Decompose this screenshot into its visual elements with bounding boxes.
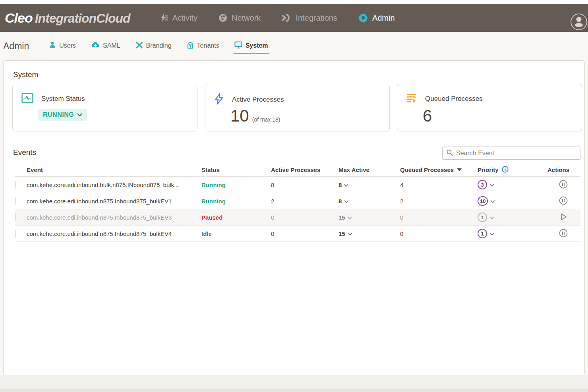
row-2-checkbox[interactable] (15, 197, 15, 205)
chevron-down-icon (344, 198, 348, 205)
row-1-checkbox[interactable] (15, 181, 15, 189)
row-3-active: 0 (271, 214, 338, 221)
cleo-integrationcloud-logo[interactable]: CleoIntegrationCloud (5, 10, 130, 26)
nav-network-label: Network (232, 14, 261, 23)
system-status-value: RUNNING (43, 111, 74, 118)
row-1-queued: 4 (400, 182, 478, 188)
integrations-icon (281, 13, 292, 23)
top-nav-items: Activity Network Integrations Admin (159, 13, 395, 23)
row-3-checkbox[interactable] (15, 214, 15, 221)
row-3-event-name[interactable]: com.kehe.core.edi.inbound.n875.Inbound87… (27, 214, 201, 221)
tab-tenants-label: Tenants (197, 42, 219, 49)
queued-processes-value: 6 (423, 106, 432, 126)
tab-branding[interactable]: Branding (135, 38, 172, 54)
events-heading: Events (13, 148, 36, 157)
row-2-active: 2 (271, 198, 338, 205)
users-icon (49, 41, 56, 50)
chevron-down-icon (77, 111, 82, 118)
sort-descending-icon (457, 168, 462, 171)
tab-tenants[interactable]: Tenants (186, 38, 220, 54)
event-row-1: com.kehe.core.edi.inbound.bulk.n875.INbo… (15, 177, 580, 193)
queued-processes-card: Queued Processes 6 (397, 84, 582, 131)
priority-badge: 10 (478, 196, 488, 206)
page-bottom-edge (0, 389, 588, 392)
nav-integrations[interactable]: Integrations (281, 13, 337, 23)
tab-users[interactable]: Users (48, 38, 77, 54)
row-4-checkbox[interactable] (15, 230, 15, 238)
system-status-dropdown[interactable]: RUNNING (38, 109, 87, 121)
tab-saml-label: SAML (103, 42, 120, 49)
row-4-max-active-dropdown[interactable]: 15 (338, 230, 400, 237)
activity-icon (159, 13, 168, 23)
col-queued-processes[interactable]: Queued Processes (400, 166, 478, 173)
user-avatar[interactable] (571, 14, 587, 30)
row-3-status: Paused (201, 214, 271, 221)
chevron-down-icon (490, 230, 494, 237)
row-1-status: Running (201, 182, 271, 188)
chevron-down-icon (348, 230, 352, 237)
col-priority: Priority (478, 166, 529, 174)
row-1-event-name[interactable]: com.kehe.core.edi.inbound.bulk.n875.INbo… (27, 182, 201, 188)
tab-system[interactable]: System (234, 38, 269, 54)
pause-button[interactable] (559, 180, 568, 190)
row-4-event-name[interactable]: com.kehe.core.edi.inbound.n875.Inbound87… (27, 230, 201, 237)
events-table-header: Event Status Active Processes Max Active… (15, 163, 580, 177)
col-actions: Actions (529, 166, 580, 173)
event-row-3: com.kehe.core.edi.inbound.n875.Inbound87… (15, 209, 580, 226)
row-3-priority-dropdown[interactable]: 1 (478, 212, 529, 222)
pause-button[interactable] (559, 229, 568, 239)
logo-primary: Cleo (5, 10, 33, 25)
priority-badge: 1 (478, 229, 487, 238)
row-2-priority-dropdown[interactable]: 10 (478, 196, 529, 206)
row-1-priority-dropdown[interactable]: 3 (478, 180, 529, 189)
row-2-status: Running (201, 198, 271, 205)
event-row-2: com.kehe.core.edi.inbound.n875.Inbound87… (15, 193, 580, 209)
col-max-active: Max Active (338, 166, 400, 173)
row-3-max-active-dropdown[interactable]: 15 (338, 214, 400, 221)
chevron-down-icon (491, 198, 495, 205)
priority-badge: 3 (478, 180, 487, 189)
row-1-max-active-dropdown[interactable]: 8 (338, 182, 400, 188)
row-4-priority-dropdown[interactable]: 1 (478, 229, 529, 238)
row-2-max-active-dropdown[interactable]: 8 (338, 198, 400, 205)
event-search[interactable] (442, 147, 580, 160)
nav-admin-label: Admin (372, 14, 395, 23)
row-4-status: Idle (201, 230, 271, 237)
summary-cards: System Status RUNNING Active Processes 1… (12, 84, 582, 131)
resume-play-button[interactable] (559, 212, 568, 222)
page-footer-strip (0, 375, 588, 389)
event-row-4: com.kehe.core.edi.inbound.n875.Inbound87… (15, 226, 580, 242)
search-input[interactable] (456, 150, 576, 157)
row-2-event-name[interactable]: com.kehe.core.edi.inbound.n875.Inbound87… (27, 198, 201, 205)
queue-list-icon (406, 93, 417, 105)
nav-activity[interactable]: Activity (159, 13, 197, 23)
pulse-monitor-icon (21, 93, 33, 105)
nav-network[interactable]: Network (218, 13, 261, 23)
system-panel: System System Status RUNNING Active Proc… (3, 60, 585, 375)
nav-admin[interactable]: Admin (358, 13, 395, 23)
system-heading: System (13, 70, 38, 79)
nav-integrations-label: Integrations (296, 14, 337, 23)
logo-secondary: IntegrationCloud (35, 11, 130, 25)
col-active-processes: Active Processes (271, 166, 338, 173)
subnav-section-title: Admin (3, 41, 29, 52)
info-icon[interactable] (502, 166, 509, 174)
tab-branding-label: Branding (146, 42, 172, 49)
branding-tools-icon (135, 41, 143, 50)
tab-users-label: Users (59, 42, 76, 49)
lightning-bolt-icon (214, 93, 224, 106)
row-4-active: 0 (271, 230, 338, 237)
network-icon (218, 13, 228, 23)
chevron-down-icon (348, 214, 352, 221)
tenants-icon (187, 41, 194, 50)
system-status-card: System Status RUNNING (12, 84, 197, 131)
pause-button[interactable] (559, 196, 568, 206)
row-1-active: 8 (271, 182, 338, 188)
chevron-down-icon (490, 182, 494, 188)
subnav-tabs: Users SAML Branding Tenants System (48, 38, 269, 54)
active-processes-value: 10 (230, 106, 249, 126)
top-navigation-bar: CleoIntegrationCloud Activity Network In… (0, 4, 588, 32)
events-table: Event Status Active Processes Max Active… (15, 163, 580, 242)
search-icon (447, 149, 453, 157)
tab-saml[interactable]: SAML (90, 38, 121, 54)
